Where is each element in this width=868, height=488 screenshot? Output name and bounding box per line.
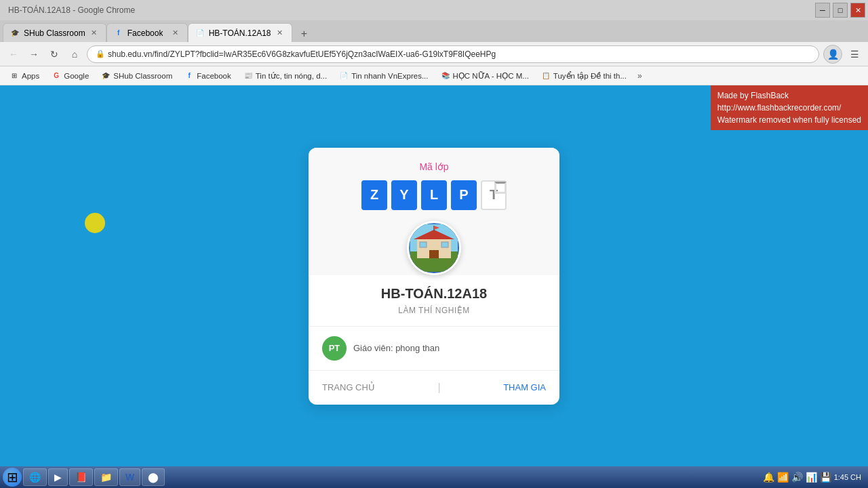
svg-rect-7	[441, 242, 448, 247]
fb-bm-icon: f	[184, 71, 194, 81]
title-bar: HB-TOÁN.12A18 - Google Chrome ─ □ ✕	[0, 0, 868, 20]
shub-bm-icon: 🎓	[101, 71, 111, 81]
taskbar-chrome[interactable]: ⬤	[142, 468, 165, 486]
taskbar-word[interactable]: W	[119, 468, 140, 486]
bookmark-google-label: Google	[64, 72, 89, 80]
refresh-button[interactable]: ↻	[46, 46, 62, 62]
tray-notification[interactable]: 🔔	[763, 472, 774, 483]
tab-label-hb: HB-TOÁN.12A18	[209, 28, 271, 38]
bookmark-vnexpress-label: Tin nhanh VnExpres...	[351, 72, 428, 80]
window-title: HB-TOÁN.12A18 - Google Chrome	[8, 5, 135, 15]
tray-network[interactable]: 📶	[777, 472, 789, 483]
bookmarks-bar: ⊞ Apps G Google 🎓 SHub Classroom f Faceb…	[0, 66, 868, 85]
teacher-label: Giáo viên: phong than	[353, 343, 439, 353]
media-icon: ▶	[54, 472, 62, 483]
join-button[interactable]: THAM GIA	[503, 382, 546, 392]
vnexpress-icon: 📄	[339, 71, 349, 81]
bookmark-hocnua[interactable]: 📚 HỌC NỮA - HỌC M...	[435, 70, 534, 82]
tab-shub-classroom[interactable]: 🎓 SHub Classroom ✕	[3, 23, 106, 42]
tab-favicon-facebook: f	[114, 28, 123, 38]
minimize-button[interactable]: ─	[815, 3, 830, 18]
address-bar[interactable]: 🔒 shub.edu.vn/find/ZYLPT?fbclid=IwAR35Ec…	[87, 45, 819, 63]
home-button[interactable]: ⌂	[66, 46, 83, 62]
bookmark-tuyentap[interactable]: 📋 Tuyển tập Đề thi th...	[536, 70, 632, 82]
code-box-l: L	[421, 180, 447, 210]
tab-favicon-shub: 🎓	[10, 28, 20, 38]
bookmark-google[interactable]: G Google	[46, 70, 94, 82]
close-button[interactable]: ✕	[850, 3, 865, 18]
class-subtitle: LÀM THÍ NGHIỆM	[322, 306, 546, 315]
watermark-line1: Made by FlashBack	[717, 89, 861, 102]
hocnua-icon: 📚	[441, 71, 450, 81]
watermark-line2: http://www.flashbackrecorder.com/	[717, 102, 861, 114]
tray-storage[interactable]: 💾	[820, 472, 831, 483]
tab-label-shub: SHub Classroom	[24, 28, 85, 38]
profile-button[interactable]: 👤	[823, 45, 842, 64]
tintuc-icon: 📰	[243, 71, 253, 81]
lock-icon: 🔒	[96, 49, 105, 58]
tab-close-shub[interactable]: ✕	[90, 28, 99, 38]
system-tray: 🔔 📶 🔊 📊 💾 1:45 CH	[759, 472, 865, 483]
taskbar-media[interactable]: ▶	[48, 468, 68, 486]
bookmark-tintuc-label: Tin tức, tin nóng, d...	[256, 71, 327, 81]
teacher-avatar: PT	[322, 336, 347, 361]
code-box-p: P	[451, 180, 477, 210]
tab-label-facebook: Facebook	[127, 28, 163, 38]
code-box-y: Y	[391, 180, 417, 210]
spinner	[494, 182, 507, 194]
bookmark-vnexpress[interactable]: 📄 Tin nhanh VnExpres...	[334, 70, 433, 82]
home-link[interactable]: TRANG CHỦ	[322, 382, 375, 392]
bookmark-apps-label: Apps	[22, 72, 39, 80]
apps-icon: ⊞	[9, 71, 19, 81]
flashback-watermark: Made by FlashBack http://www.flashbackre…	[711, 85, 868, 130]
svg-rect-6	[420, 242, 427, 247]
taskbar: ⊞ 🌐 ▶ 📕 📁 W ⬤ 🔔 📶 🔊 📊 💾 1:45 CH	[0, 466, 868, 488]
ie-icon: 🌐	[29, 472, 41, 483]
card-footer: TRANG CHỦ | THAM GIA	[309, 371, 559, 405]
bookmark-apps[interactable]: ⊞ Apps	[4, 70, 45, 82]
settings-button[interactable]: ☰	[846, 46, 863, 62]
bookmark-tuyentap-label: Tuyển tập Đề thi th...	[553, 71, 627, 81]
card-top: Mã lớp Z Y L P T	[309, 148, 559, 275]
browser-window: HB-TOÁN.12A18 - Google Chrome ─ □ ✕ 🎓 SH…	[0, 0, 868, 466]
mouse-cursor	[85, 213, 105, 233]
tray-battery[interactable]: 📊	[806, 472, 817, 483]
bookmark-shub[interactable]: 🎓 SHub Classroom	[96, 70, 178, 82]
chrome-icon: ⬤	[148, 472, 159, 483]
tab-close-hb[interactable]: ✕	[275, 28, 285, 38]
class-name: HB-TOÁN.12A18	[322, 286, 546, 302]
tuyentap-icon: 📋	[541, 71, 551, 81]
code-box-z: Z	[361, 180, 387, 210]
tab-facebook[interactable]: f Facebook ✕	[106, 23, 188, 42]
code-boxes: Z Y L P T	[361, 180, 507, 210]
bookmark-tintuc[interactable]: 📰 Tin tức, tin nóng, d...	[238, 70, 332, 82]
school-avatar	[407, 221, 461, 275]
more-bookmarks-button[interactable]: »	[635, 70, 645, 82]
page-content: Mã lớp Z Y L P T	[0, 85, 868, 466]
tab-bar: 🎓 SHub Classroom ✕ f Facebook ✕ 📄 HB-TOÁ…	[0, 20, 868, 42]
tray-volume[interactable]: 🔊	[791, 472, 803, 483]
bookmark-facebook-label: Facebook	[197, 72, 231, 80]
tab-close-facebook[interactable]: ✕	[171, 28, 180, 38]
maximize-button[interactable]: □	[833, 3, 848, 18]
url-display: shub.edu.vn/find/ZYLPT?fbclid=IwAR35Ec6V…	[108, 49, 496, 59]
window-controls: ─ □ ✕	[815, 3, 865, 18]
system-clock: 1:45 CH	[834, 473, 861, 481]
bookmark-facebook[interactable]: f Facebook	[179, 70, 237, 82]
bookmark-shub-label: SHub Classroom	[113, 72, 172, 80]
start-button[interactable]: ⊞	[3, 468, 22, 487]
school-building-svg	[410, 224, 458, 272]
taskbar-pdf[interactable]: 📕	[69, 468, 93, 486]
taskbar-ie[interactable]: 🌐	[23, 468, 47, 486]
google-icon: G	[52, 71, 61, 81]
forward-button[interactable]: →	[26, 46, 42, 62]
back-button[interactable]: ←	[5, 46, 22, 62]
taskbar-folder[interactable]: 📁	[94, 468, 118, 486]
folder-icon: 📁	[100, 472, 112, 483]
svg-rect-5	[429, 250, 439, 258]
code-box-t: T	[481, 180, 507, 210]
card-body: HB-TOÁN.12A18 LÀM THÍ NGHIỆM PT Giáo viê…	[309, 275, 559, 371]
new-tab-button[interactable]: +	[295, 26, 314, 42]
tab-hb-toan[interactable]: 📄 HB-TOÁN.12A18 ✕	[188, 23, 292, 42]
footer-divider: |	[437, 382, 440, 394]
